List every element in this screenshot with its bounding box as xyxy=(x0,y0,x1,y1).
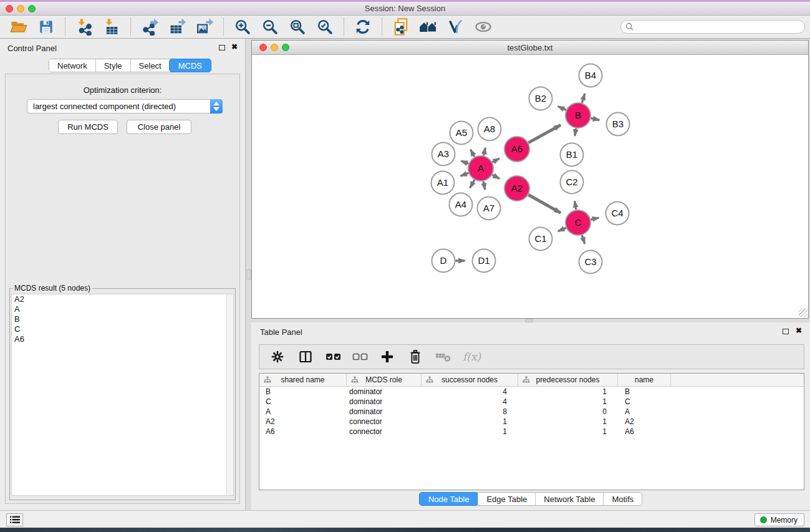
graph-edge-A-A5[interactable] xyxy=(471,150,475,157)
graph-edge-A-A2[interactable] xyxy=(492,175,499,178)
add-column-button[interactable] xyxy=(376,347,398,367)
mcds-result-item[interactable]: B xyxy=(12,314,233,324)
table-row[interactable]: A6connector11A6 xyxy=(259,427,804,437)
graph-node-C3[interactable]: C3 xyxy=(579,251,602,274)
tab-network[interactable]: Network xyxy=(49,59,95,72)
table-settings-button[interactable] xyxy=(266,347,289,367)
graph-node-A1[interactable]: A1 xyxy=(432,172,455,195)
graph-node-B2[interactable]: B2 xyxy=(529,87,552,110)
tab-network-table[interactable]: Network Table xyxy=(535,493,603,505)
graph-edge-A6-B[interactable] xyxy=(528,125,561,142)
select-all-button[interactable] xyxy=(322,347,345,367)
graph-node-A5[interactable]: A5 xyxy=(450,122,473,145)
graph-edge-C-C3[interactable] xyxy=(582,235,584,244)
tab-mcds[interactable]: MCDS xyxy=(169,59,211,72)
graph-node-D[interactable]: D xyxy=(432,249,455,273)
graph-node-B3[interactable]: B3 xyxy=(607,113,630,136)
mcds-result-item[interactable]: A2 xyxy=(12,294,233,304)
export-image-button[interactable] xyxy=(193,17,216,37)
graph-node-B1[interactable]: B1 xyxy=(561,143,584,167)
export-network-button[interactable] xyxy=(138,17,161,37)
graph-node-A8[interactable]: A8 xyxy=(478,118,501,141)
graph-node-A7[interactable]: A7 xyxy=(478,197,501,220)
save-session-button[interactable] xyxy=(35,17,57,37)
open-session-button[interactable] xyxy=(7,17,30,37)
graph-edge-C-C2[interactable] xyxy=(575,201,576,210)
graph-node-B[interactable]: B xyxy=(566,103,591,128)
tab-motifs[interactable]: Motifs xyxy=(603,493,642,505)
duplicate-network-button[interactable] xyxy=(390,17,412,37)
graph-edge-B-B3[interactable] xyxy=(591,118,600,120)
import-table-button[interactable] xyxy=(100,17,123,37)
mcds-result-item[interactable]: A6 xyxy=(12,334,233,344)
export-table-button[interactable] xyxy=(166,17,188,37)
graph-node-A3[interactable]: A3 xyxy=(432,143,455,166)
graph-edge-A-A4[interactable] xyxy=(470,180,475,188)
mcds-result-item[interactable]: A xyxy=(12,304,233,314)
table-row[interactable]: Adominator80A xyxy=(259,407,804,417)
table-close-panel-icon[interactable]: ✖ xyxy=(796,326,802,335)
run-mcds-button[interactable]: Run MCDS xyxy=(58,120,118,134)
optimization-criterion-select[interactable]: largest connected component (directed) xyxy=(27,99,223,114)
tab-edge-table[interactable]: Edge Table xyxy=(478,493,535,505)
result-list-scrollbar[interactable] xyxy=(226,294,233,495)
graph-edge-B-B2[interactable] xyxy=(558,107,566,110)
graph-node-D1[interactable]: D1 xyxy=(473,249,496,273)
graph-node-C2[interactable]: C2 xyxy=(561,171,584,194)
graph-node-C4[interactable]: C4 xyxy=(606,202,629,225)
graph-node-A2[interactable]: A2 xyxy=(504,176,529,201)
graph-node-C[interactable]: C xyxy=(566,210,591,235)
tab-node-table[interactable]: Node Table xyxy=(419,492,479,506)
home-button[interactable] xyxy=(417,17,440,37)
column-header-name[interactable]: name xyxy=(618,374,671,386)
close-panel-button[interactable]: Close panel xyxy=(127,120,191,134)
zoom-fit-button[interactable] xyxy=(286,17,309,37)
task-history-button[interactable] xyxy=(6,513,23,526)
memory-button[interactable]: Memory xyxy=(755,513,804,526)
zoom-in-button[interactable] xyxy=(231,17,254,37)
mcds-result-item[interactable]: C xyxy=(12,324,233,334)
graph-edge-A-A1[interactable] xyxy=(461,173,469,176)
table-float-panel-icon[interactable] xyxy=(783,329,789,334)
column-header-shared-name[interactable]: shared name xyxy=(259,374,347,386)
delete-column-button[interactable] xyxy=(404,347,427,367)
graph-edge-A-A7[interactable] xyxy=(483,181,485,190)
graph-edge-B-B4[interactable] xyxy=(582,94,585,103)
table-row[interactable]: A2connector11A2 xyxy=(259,417,804,427)
graph-edge-C-C4[interactable] xyxy=(591,218,599,220)
graph-node-B4[interactable]: B4 xyxy=(579,64,602,87)
graph-node-A6[interactable]: A6 xyxy=(504,137,529,162)
column-header-mcds-role[interactable]: MCDS role xyxy=(347,374,422,386)
import-network-button[interactable] xyxy=(73,17,95,37)
float-panel-icon[interactable] xyxy=(219,45,225,51)
graph-edge-A2-C[interactable] xyxy=(528,195,561,213)
delete-table-button[interactable] xyxy=(432,347,455,367)
close-panel-icon[interactable]: ✖ xyxy=(231,42,238,51)
graph-edge-C-C1[interactable] xyxy=(558,228,566,231)
column-view-button[interactable] xyxy=(294,347,317,367)
column-header-successor-nodes[interactable]: successor nodes xyxy=(422,374,518,386)
column-header-predecessor-nodes[interactable]: predecessor nodes xyxy=(518,374,618,386)
zoom-selected-button[interactable] xyxy=(314,17,336,37)
tab-select[interactable]: Select xyxy=(130,59,170,72)
tab-style[interactable]: Style xyxy=(95,59,130,72)
graph-edge-A-A6[interactable] xyxy=(493,158,499,162)
show-hide-panels-button[interactable] xyxy=(445,17,467,37)
table-row[interactable]: Cdominator41C xyxy=(259,397,804,407)
graph-node-C1[interactable]: C1 xyxy=(529,228,552,251)
vertical-split-handle[interactable] xyxy=(246,269,251,279)
window-resize-grip[interactable] xyxy=(799,309,808,317)
graph-node-A4[interactable]: A4 xyxy=(450,193,473,216)
refresh-button[interactable] xyxy=(352,17,374,37)
graph-edge-A-A3[interactable] xyxy=(461,161,468,164)
network-graph-canvas[interactable]: B4B2BB3A8A5A6A3B1AA1C2A2A4A7C4CC1DD1C3 xyxy=(252,56,808,319)
table-row[interactable]: Bdominator41B xyxy=(259,387,804,397)
zoom-out-button[interactable] xyxy=(259,17,281,37)
graph-edge-B-B1[interactable] xyxy=(575,128,576,136)
eye-button[interactable] xyxy=(472,17,494,37)
graph-node-A[interactable]: A xyxy=(468,156,493,181)
graph-edge-A-A8[interactable] xyxy=(484,148,486,156)
function-builder-button[interactable]: f(x) xyxy=(463,351,481,363)
search-input[interactable] xyxy=(620,20,805,34)
deselect-all-button[interactable] xyxy=(349,347,372,367)
